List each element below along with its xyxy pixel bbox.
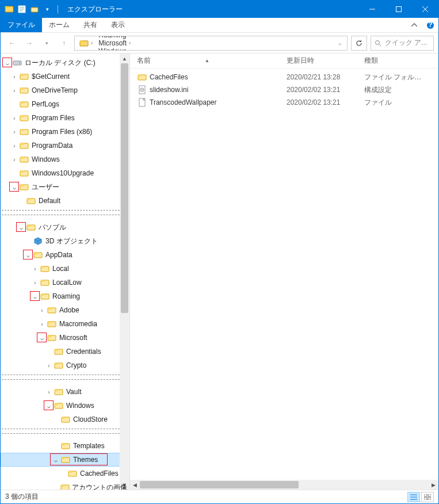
tree-item[interactable]: アカウントの画像 — [1, 480, 129, 490]
address-bar[interactable]: › AppData›Roaming›Microsoft›Windows›Them… — [74, 36, 348, 51]
qat-newfolder-icon[interactable] — [29, 4, 40, 14]
chevron-down-icon[interactable]: ⌵ — [37, 335, 47, 341]
list-item[interactable]: CachedFiles2020/02/21 13:28ファイル フォルダー — [133, 71, 438, 83]
tree-item[interactable]: Windows10Upgrade — [1, 166, 129, 180]
tree-item-label: Vault — [66, 388, 81, 396]
tree-item[interactable]: ›Windows — [1, 152, 129, 166]
back-button[interactable]: ← — [5, 36, 19, 50]
tab-file[interactable]: ファイル — [1, 18, 42, 32]
up-button[interactable]: ↑ — [57, 36, 71, 50]
list-item[interactable]: slideshow.ini2020/02/02 13:21構成設定 — [133, 83, 438, 96]
tree-item[interactable]: Default — [1, 194, 129, 208]
tree-item[interactable]: ›Vault — [1, 385, 129, 399]
scroll-right-icon[interactable]: ▶ — [429, 480, 438, 490]
chevron-down-icon[interactable]: ⌵ — [30, 293, 40, 300]
tree-item[interactable]: ⌵Microsoft — [1, 331, 129, 345]
svg-line-17 — [379, 44, 381, 46]
file-name: CachedFiles — [150, 73, 188, 81]
qat-properties-icon[interactable] — [17, 4, 27, 14]
list-item[interactable]: TranscodedWallpaper2020/02/02 13:21ファイル — [133, 96, 438, 109]
chevron-down-icon[interactable]: ⌵ — [10, 184, 19, 190]
col-date[interactable]: 更新日時 — [283, 56, 361, 66]
chevron-right-icon[interactable]: › — [10, 115, 19, 121]
chevron-right-icon[interactable]: › — [10, 129, 19, 135]
refresh-button[interactable] — [351, 36, 367, 51]
title-bar: ▾ │ エクスプローラー — [1, 1, 438, 18]
tree-item-label: Program Files — [32, 114, 75, 122]
tree-item[interactable]: ›Program Files — [1, 111, 129, 125]
tree-item[interactable]: ⌵Roaming — [1, 289, 129, 303]
tab-home[interactable]: ホーム — [42, 18, 77, 32]
recent-locations-button[interactable]: ▾ — [40, 36, 54, 50]
svg-rect-73 — [68, 471, 72, 473]
col-type[interactable]: 種類 — [361, 56, 430, 66]
list-hscrollbar[interactable]: ◀ ▶ — [130, 480, 438, 490]
svg-rect-27 — [20, 116, 24, 117]
tree-item[interactable]: ›Macromedia — [1, 317, 129, 331]
chevron-right-icon[interactable]: › — [30, 280, 40, 286]
tree-item[interactable]: 3D オブジェクト — [1, 234, 129, 248]
forward-button[interactable]: → — [22, 36, 36, 50]
tab-share[interactable]: 共有 — [77, 18, 104, 32]
tree-item[interactable]: ›Crypto — [1, 358, 129, 372]
address-dropdown-icon[interactable]: ⌵ — [335, 40, 345, 46]
tree-item[interactable]: Templates — [1, 439, 129, 453]
tree-item[interactable]: ›Local — [1, 262, 129, 276]
chevron-right-icon[interactable]: › — [10, 74, 19, 80]
scroll-left-icon[interactable]: ◀ — [130, 480, 140, 490]
tree-item[interactable]: ⌵AppData — [1, 248, 129, 262]
breadcrumb-segment[interactable]: Microsoft› — [96, 39, 133, 47]
help-icon[interactable]: ? — [422, 18, 438, 32]
hscroll-thumb[interactable] — [140, 481, 299, 488]
breadcrumb-segment[interactable]: Windows› — [96, 47, 133, 51]
file-type: ファイル フォルダー — [361, 72, 430, 82]
scroll-thumb[interactable] — [121, 63, 128, 313]
view-large-button[interactable] — [421, 492, 434, 502]
tree-item[interactable]: ›ProgramData — [1, 139, 129, 152]
tree-item[interactable]: ⌵Windows — [1, 399, 129, 413]
tree-item[interactable]: PerfLogs — [1, 97, 129, 111]
tree-item[interactable]: ⌵パソブル — [1, 220, 129, 234]
tree-item[interactable]: ›$GetCurrent — [1, 70, 129, 83]
tree-item[interactable]: CachedFiles — [1, 467, 129, 480]
breadcrumb-root-icon[interactable]: › — [77, 39, 95, 48]
chevron-right-icon[interactable]: › — [30, 266, 40, 272]
chevron-right-icon[interactable]: › — [10, 87, 19, 94]
folder-icon — [60, 455, 71, 465]
chevron-right-icon[interactable]: › — [10, 143, 19, 149]
chevron-down-icon[interactable]: ⌵ — [3, 60, 12, 66]
tree-item[interactable]: CloudStore — [1, 413, 129, 426]
chevron-right-icon[interactable]: › — [10, 156, 19, 163]
svg-rect-31 — [20, 143, 24, 145]
tree-item[interactable]: Credentials — [1, 345, 129, 358]
chevron-right-icon[interactable]: › — [44, 362, 54, 369]
scroll-up-icon[interactable]: ▲ — [120, 54, 129, 63]
tree-item[interactable]: ›Adobe — [1, 303, 129, 317]
tree-item[interactable]: ⌵ローカル ディスク (C:) — [1, 56, 129, 70]
tree-item[interactable]: ›OneDriveTemp — [1, 83, 129, 97]
tree-item[interactable]: ⌵Themes — [1, 453, 129, 467]
tree-item[interactable]: ›Program Files (x86) — [1, 125, 129, 139]
ribbon-collapse-icon[interactable] — [406, 18, 422, 32]
maximize-button[interactable] — [385, 1, 412, 18]
nav-tree[interactable]: ⌵ローカル ディスク (C:)›$GetCurrent›OneDriveTemp… — [1, 54, 130, 490]
view-details-button[interactable] — [407, 492, 420, 502]
chevron-right-icon[interactable]: › — [37, 321, 47, 327]
col-name[interactable]: 名前 ▲ — [133, 56, 283, 66]
tree-item-label: ローカル ディスク (C:) — [25, 58, 96, 68]
chevron-down-icon[interactable]: ⌵ — [17, 224, 26, 231]
chevron-right-icon[interactable]: › — [37, 307, 47, 314]
close-button[interactable] — [412, 1, 438, 18]
chevron-down-icon[interactable]: ⌵ — [44, 403, 54, 409]
qat-customize-icon[interactable]: ▾ — [42, 4, 52, 14]
search-box[interactable]: クイック ア... — [371, 36, 434, 51]
tree-item[interactable]: ⌵ユーザー — [1, 180, 129, 194]
minimize-button[interactable] — [359, 1, 385, 18]
tree-item[interactable]: ›LocalLow — [1, 276, 129, 289]
folder-icon — [26, 222, 36, 232]
chevron-right-icon[interactable]: › — [44, 389, 54, 395]
chevron-down-icon[interactable]: ⌵ — [51, 457, 60, 463]
tab-view[interactable]: 表示 — [104, 18, 132, 32]
tree-scrollbar[interactable]: ▲ ▼ — [120, 54, 129, 490]
chevron-down-icon[interactable]: ⌵ — [24, 252, 33, 258]
